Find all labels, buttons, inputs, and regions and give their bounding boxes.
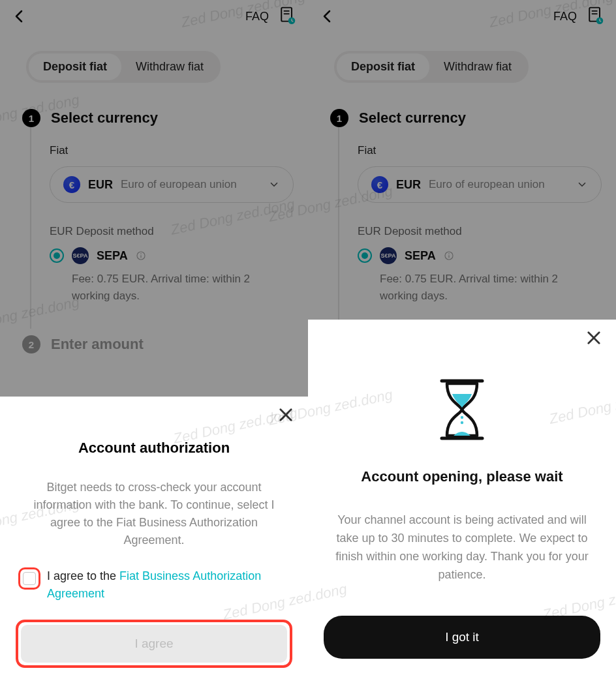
overlay-dim <box>0 0 308 397</box>
sheet-title: Account opening, please wait <box>324 468 600 485</box>
sheet-title: Account authorization <box>16 440 292 457</box>
left-screen: FAQ Deposit fiat Withdraw fiat 1 Select … <box>0 0 308 677</box>
close-icon <box>585 329 603 347</box>
sheet-body: Bitget needs to cross-check your account… <box>16 479 292 549</box>
agree-button-highlight: I agree <box>16 620 292 668</box>
agree-button[interactable]: I agree <box>21 625 287 663</box>
authorization-sheet: Account authorization Bitget needs to cr… <box>0 397 308 677</box>
sheet-body: Your channel account is being activated … <box>324 511 600 584</box>
overlay-dim <box>308 0 616 320</box>
hourglass-icon <box>324 377 600 442</box>
right-screen: FAQ Deposit fiat Withdraw fiat 1 Select … <box>308 0 616 677</box>
close-sheet-button[interactable] <box>585 329 603 347</box>
agreement-prefix: I agree to the <box>47 569 119 582</box>
close-sheet-button[interactable] <box>277 406 295 424</box>
checkbox-highlight <box>18 567 40 590</box>
svg-point-17 <box>461 421 463 424</box>
got-it-button[interactable]: I got it <box>324 616 600 659</box>
agreement-text: I agree to the Fiat Business Authorizati… <box>47 567 290 603</box>
agreement-checkbox[interactable] <box>23 572 36 585</box>
account-opening-sheet: Account opening, please wait Your channe… <box>308 320 616 677</box>
svg-point-16 <box>461 416 463 419</box>
agreement-row: I agree to the Fiat Business Authorizati… <box>16 567 292 603</box>
close-icon <box>277 406 295 424</box>
